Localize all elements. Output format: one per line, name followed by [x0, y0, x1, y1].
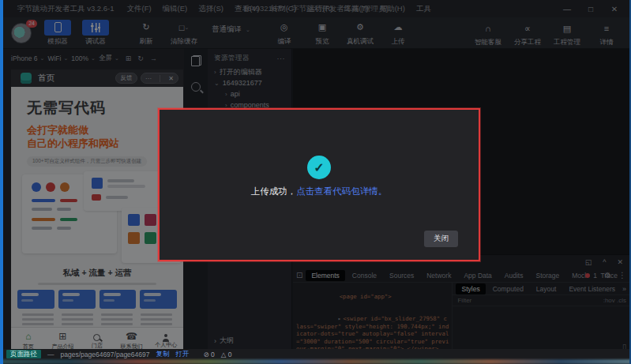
path-label: 页面路径 [6, 350, 41, 358]
page-path: pages/page64697/page64697 [61, 351, 150, 358]
success-check-icon: ✓ [307, 156, 331, 179]
package-detail-link[interactable]: 点击查看代码包详情。 [296, 186, 387, 196]
copy-link[interactable]: 复制 [156, 350, 169, 359]
modal-message: 上传成功，点击查看代码包详情。 [160, 186, 479, 197]
error-counter[interactable]: ⊘ 0 [203, 351, 214, 358]
warning-counter[interactable]: △ 0 [221, 351, 232, 358]
path-separator: — [47, 351, 54, 358]
error-icon: ⊘ [203, 351, 208, 358]
warning-icon: △ [221, 351, 227, 358]
status-bar: 页面路径 — pages/page64697/page64697 复制 打开 ⊘… [0, 349, 631, 359]
window-edge-left [0, 0, 3, 364]
upload-success-modal: ✓ 上传成功，点击查看代码包详情。 关闭 [158, 108, 480, 261]
modal-close-button[interactable]: 关闭 [424, 231, 458, 247]
desktop-taskbar-strip [0, 359, 631, 364]
app-window: 字节跳动开发者工具 v3.2.6-1 文件(F)编辑(E)选择(S)查看(V)转… [0, 0, 631, 364]
open-link[interactable]: 打开 [175, 350, 189, 359]
